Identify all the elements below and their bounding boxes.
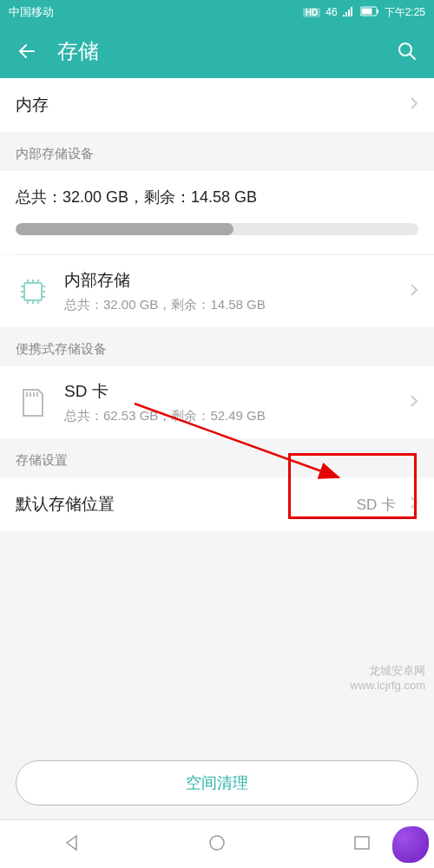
internal-summary: 总共：32.00 GB，剩余：14.58 GB (0, 171, 434, 254)
nav-bar (0, 819, 434, 868)
carrier-label: 中国移动 (9, 4, 303, 20)
cleanup-button[interactable]: 空间清理 (16, 760, 418, 806)
chevron-right-icon (410, 283, 418, 300)
sd-card-row[interactable]: SD 卡 总共：62.53 GB，剩余：52.49 GB (0, 366, 434, 438)
svg-rect-6 (355, 837, 369, 849)
back-button[interactable] (16, 40, 38, 62)
nav-recent-button[interactable] (352, 833, 372, 856)
status-indicators: HD 46 下午2:25 (303, 5, 425, 20)
svg-point-5 (210, 836, 224, 850)
settings-section-header: 存储设置 (0, 438, 434, 477)
svg-rect-1 (361, 8, 372, 14)
storage-progress-fill (16, 223, 233, 235)
sd-card-title: SD 卡 (64, 380, 396, 403)
memory-label: 内存 (16, 94, 396, 116)
svg-rect-4 (24, 283, 42, 300)
svg-rect-2 (377, 10, 378, 13)
chip-icon (16, 274, 50, 309)
time-label: 下午2:25 (385, 5, 425, 20)
page-title: 存储 (57, 37, 377, 65)
storage-progress-bar (16, 223, 418, 235)
internal-summary-text: 总共：32.00 GB，剩余：14.58 GB (16, 187, 418, 207)
battery-icon (360, 6, 379, 19)
sd-card-icon (16, 385, 50, 420)
watermark-logo (392, 826, 429, 863)
default-location-row[interactable]: 默认存储位置 SD 卡 (0, 477, 434, 531)
network-type: 46 (326, 6, 337, 18)
internal-storage-row[interactable]: 内部存储 总共：32.00 GB，剩余：14.58 GB (0, 255, 434, 327)
internal-section-header: 内部存储设备 (0, 132, 434, 171)
internal-storage-title: 内部存储 (64, 269, 396, 292)
chevron-right-icon (410, 394, 418, 411)
chevron-right-icon (410, 96, 418, 114)
watermark-text: 龙城安卓网 www.lcjrfg.com (350, 664, 425, 694)
default-location-value: SD 卡 (357, 495, 396, 515)
memory-row[interactable]: 内存 (0, 78, 434, 132)
nav-back-button[interactable] (62, 833, 82, 856)
nav-home-button[interactable] (207, 833, 227, 856)
search-button[interactable] (396, 40, 418, 62)
sd-card-sub: 总共：62.53 GB，剩余：52.49 GB (64, 408, 396, 424)
default-location-label: 默认存储位置 (16, 493, 343, 516)
internal-storage-sub: 总共：32.00 GB，剩余：14.58 GB (64, 297, 396, 313)
portable-section-header: 便携式存储设备 (0, 327, 434, 366)
hd-badge: HD (303, 8, 320, 17)
app-bar: 存储 (0, 24, 434, 78)
chevron-right-icon (410, 496, 418, 513)
signal-icon (343, 6, 355, 19)
status-bar: 中国移动 HD 46 下午2:25 (0, 0, 434, 24)
